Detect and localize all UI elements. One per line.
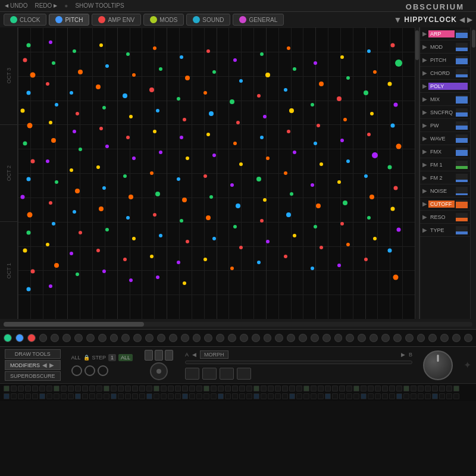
pattern-dot[interactable] — [68, 393, 74, 399]
sequence-dot[interactable] — [96, 249, 100, 252]
pattern-dot[interactable] — [403, 386, 409, 392]
modifiers-arrow-left[interactable]: ◀ — [42, 362, 47, 368]
pattern-dot[interactable] — [325, 386, 331, 392]
sequence-dot[interactable] — [54, 263, 59, 268]
sequence-dot[interactable] — [78, 70, 83, 74]
sequence-dot[interactable] — [340, 55, 344, 59]
transport-dot[interactable] — [334, 334, 343, 342]
transport-dot[interactable] — [287, 334, 295, 342]
sequence-dot[interactable] — [239, 79, 243, 83]
sequence-dot[interactable] — [343, 118, 347, 121]
pattern-dot[interactable] — [382, 393, 388, 399]
sequence-dot[interactable] — [206, 133, 210, 136]
param-arrow-icon[interactable]: ▶ — [422, 57, 427, 63]
shape-circle3-icon[interactable] — [98, 365, 108, 376]
pattern-dot[interactable] — [175, 393, 181, 399]
sequence-dot[interactable] — [236, 121, 240, 124]
pattern-dot[interactable] — [346, 386, 352, 392]
transport-dot[interactable] — [181, 334, 189, 342]
sequence-dot[interactable] — [212, 237, 216, 240]
transport-dot[interactable] — [86, 334, 95, 342]
pattern-dot[interactable] — [425, 393, 431, 399]
sequence-dot[interactable] — [203, 174, 207, 178]
sequence-dot[interactable] — [70, 252, 73, 255]
param-mini-bar[interactable] — [456, 226, 468, 234]
sequence-dot[interactable] — [263, 198, 267, 202]
transport-dot[interactable] — [417, 334, 425, 342]
pattern-dot[interactable] — [118, 386, 124, 392]
sequence-dot[interactable] — [257, 94, 261, 98]
param-mini-bar[interactable] — [456, 95, 468, 104]
pattern-dot[interactable] — [96, 393, 102, 399]
sequence-dot[interactable] — [369, 195, 374, 199]
param-mini-bar[interactable] — [456, 161, 468, 169]
pattern-dot[interactable] — [225, 393, 231, 399]
transport-dot[interactable] — [464, 334, 472, 342]
sequence-dot[interactable] — [23, 249, 27, 253]
pattern-dot[interactable] — [311, 386, 317, 392]
pattern-dot[interactable] — [268, 386, 274, 392]
sequence-dot[interactable] — [76, 273, 79, 276]
pattern-dot[interactable] — [189, 393, 195, 399]
sequence-dot[interactable] — [105, 64, 109, 68]
sequence-dot[interactable] — [185, 76, 190, 80]
sequence-dot[interactable] — [186, 240, 189, 243]
main-knob[interactable] — [423, 350, 453, 380]
transport-dot[interactable] — [322, 334, 331, 342]
param-mini-bar[interactable] — [456, 69, 468, 77]
sequence-dot[interactable] — [212, 154, 216, 157]
pattern-dot[interactable] — [368, 386, 374, 392]
sequence-dot[interactable] — [70, 91, 73, 95]
sequence-dot[interactable] — [337, 180, 341, 184]
vertical-scrollbar[interactable] — [415, 27, 419, 319]
sequence-dot[interactable] — [346, 243, 350, 246]
sequence-dot[interactable] — [293, 151, 296, 154]
sequence-dot[interactable] — [391, 43, 395, 48]
sequence-dot[interactable] — [27, 212, 33, 218]
pattern-dot[interactable] — [132, 393, 138, 399]
pattern-dot[interactable] — [32, 393, 38, 399]
shape-circle-icon[interactable] — [71, 365, 82, 376]
sequence-dot[interactable] — [182, 198, 187, 202]
param-arrow-icon[interactable]: ▶ — [422, 148, 427, 155]
sequence-dot[interactable] — [102, 270, 106, 273]
morph-btn-2[interactable] — [202, 368, 217, 380]
preset-next-arrow[interactable]: ▶ — [467, 15, 472, 24]
param-arrow-icon[interactable]: ▶ — [422, 96, 427, 102]
sequence-dot[interactable] — [150, 171, 154, 175]
param-mini-bar[interactable] — [456, 56, 468, 64]
sequence-dot[interactable] — [27, 177, 31, 181]
pattern-dot[interactable] — [296, 386, 302, 392]
sequence-dot[interactable] — [236, 203, 240, 208]
pattern-dot[interactable] — [346, 393, 352, 399]
redo-button[interactable]: REDO ▶ — [35, 2, 57, 9]
param-arrow-icon[interactable]: ▶ — [422, 161, 427, 168]
sequence-dot[interactable] — [96, 165, 100, 169]
pattern-dot[interactable] — [296, 393, 302, 399]
transport-dot[interactable] — [110, 334, 118, 342]
sequence-dot[interactable] — [177, 177, 180, 181]
sequence-dot[interactable] — [52, 222, 55, 226]
sequence-dot[interactable] — [156, 109, 159, 112]
sequence-dot[interactable] — [233, 142, 237, 145]
param-row[interactable]: ▶WAVE — [420, 132, 470, 145]
transport-dot[interactable] — [358, 334, 366, 342]
transport-dot[interactable] — [39, 334, 48, 342]
pattern-dot[interactable] — [396, 393, 402, 399]
sequence-dot[interactable] — [123, 174, 127, 178]
sequence-dot[interactable] — [177, 261, 180, 264]
pattern-dot[interactable] — [154, 386, 159, 392]
sequence-dot[interactable] — [364, 174, 368, 178]
sequence-dot[interactable] — [293, 234, 296, 237]
sequence-dot[interactable] — [49, 121, 52, 124]
pattern-dot[interactable] — [75, 386, 81, 392]
pattern-dot[interactable] — [196, 393, 202, 399]
pattern-dot[interactable] — [353, 393, 359, 399]
pattern-dot[interactable] — [54, 393, 60, 399]
sequence-dot[interactable] — [394, 186, 398, 190]
sequence-dot[interactable] — [159, 67, 162, 71]
transport-dot[interactable] — [346, 334, 354, 342]
sequence-dot[interactable] — [155, 192, 160, 196]
sequence-dot[interactable] — [287, 130, 290, 133]
pattern-dot[interactable] — [418, 386, 424, 392]
